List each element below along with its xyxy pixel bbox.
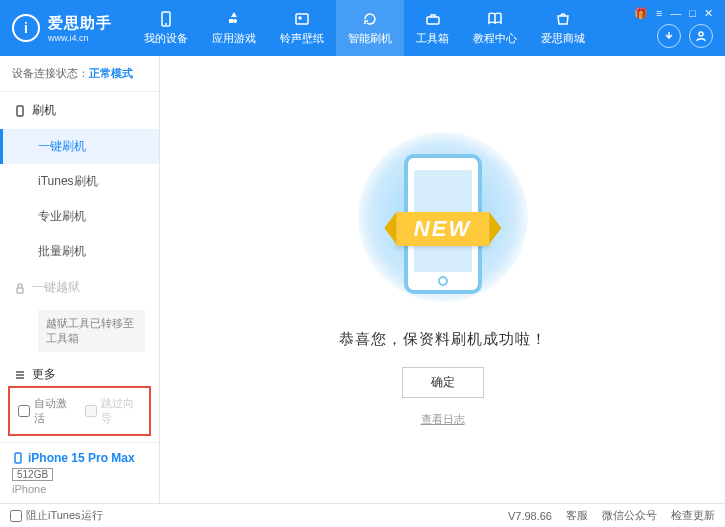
- nav-label: 工具箱: [416, 31, 449, 46]
- nav-my-device[interactable]: 我的设备: [132, 0, 200, 56]
- svg-rect-6: [17, 106, 23, 116]
- menu-icon[interactable]: ≡: [656, 7, 662, 19]
- group-label: 更多: [32, 366, 56, 380]
- nav-store[interactable]: 爱思商城: [529, 0, 597, 56]
- phone-device-icon: [12, 452, 24, 464]
- nav-label: 我的设备: [144, 31, 188, 46]
- nav-apps[interactable]: 应用游戏: [200, 0, 268, 56]
- apps-icon: [225, 10, 243, 28]
- sidebar-item-oneclick[interactable]: 一键刷机: [0, 129, 159, 164]
- svg-point-5: [699, 32, 703, 36]
- phone-icon: [157, 10, 175, 28]
- nav-label: 应用游戏: [212, 31, 256, 46]
- brand-name: 爱思助手: [48, 14, 112, 33]
- download-button[interactable]: [657, 24, 681, 48]
- lock-icon: [14, 282, 26, 294]
- svg-rect-7: [17, 288, 23, 293]
- skip-guide-checkbox[interactable]: 跳过向导: [85, 396, 142, 426]
- ok-button[interactable]: 确定: [402, 367, 484, 398]
- minimize-icon[interactable]: —: [670, 7, 681, 19]
- window-controls: 🎁 ≡ — □ ✕: [634, 7, 713, 20]
- menu-group-more[interactable]: 更多: [0, 356, 159, 380]
- book-icon: [486, 10, 504, 28]
- sidebar-item-pro[interactable]: 专业刷机: [0, 199, 159, 234]
- svg-rect-11: [15, 453, 21, 463]
- user-button[interactable]: [689, 24, 713, 48]
- storage-badge: 512GB: [12, 468, 53, 481]
- block-itunes-checkbox[interactable]: 阻止iTunes运行: [10, 508, 103, 523]
- bag-icon: [554, 10, 572, 28]
- list-icon: [14, 369, 26, 381]
- image-icon: [293, 10, 311, 28]
- menu-group-jailbreak: 一键越狱: [0, 269, 159, 306]
- device-type: iPhone: [12, 483, 147, 495]
- main-content: NEW 恭喜您，保资料刷机成功啦！ 确定 查看日志: [160, 56, 725, 503]
- brand-block: 爱思助手 www.i4.cn: [48, 14, 112, 43]
- auto-activate-checkbox[interactable]: 自动激活: [18, 396, 75, 426]
- footer-link-wechat[interactable]: 微信公众号: [602, 508, 657, 523]
- sidebar: 设备连接状态：正常模式 刷机 一键刷机 iTunes刷机 专业刷机 批量刷机 一…: [0, 56, 160, 503]
- nav-ringtones[interactable]: 铃声壁纸: [268, 0, 336, 56]
- footer: 阻止iTunes运行 V7.98.66 客服 微信公众号 检查更新: [0, 503, 725, 527]
- status-value: 正常模式: [89, 67, 133, 79]
- svg-point-3: [299, 17, 301, 19]
- nav-label: 铃声壁纸: [280, 31, 324, 46]
- gift-icon[interactable]: 🎁: [634, 7, 648, 20]
- success-illustration: NEW: [343, 132, 543, 312]
- nav-toolbox[interactable]: 工具箱: [404, 0, 461, 56]
- close-icon[interactable]: ✕: [704, 7, 713, 20]
- brand-url: www.i4.cn: [48, 33, 112, 43]
- sidebar-item-batch[interactable]: 批量刷机: [0, 234, 159, 269]
- svg-rect-2: [296, 14, 308, 24]
- svg-rect-4: [427, 17, 439, 24]
- top-nav: 我的设备 应用游戏 铃声壁纸 智能刷机 工具箱 教程中心 爱思商城: [132, 0, 634, 56]
- version-label: V7.98.66: [508, 510, 552, 522]
- footer-link-update[interactable]: 检查更新: [671, 508, 715, 523]
- group-label: 刷机: [32, 102, 56, 119]
- nav-label: 爱思商城: [541, 31, 585, 46]
- device-info: iPhone 15 Pro Max 512GB iPhone: [0, 442, 159, 503]
- nav-tutorials[interactable]: 教程中心: [461, 0, 529, 56]
- flash-options-box: 自动激活 跳过向导: [8, 386, 151, 436]
- view-log-link[interactable]: 查看日志: [421, 412, 465, 427]
- new-ribbon: NEW: [396, 212, 489, 246]
- group-label: 一键越狱: [32, 279, 80, 296]
- status-label: 设备连接状态：: [12, 67, 89, 79]
- refresh-icon: [361, 10, 379, 28]
- sidebar-item-itunes[interactable]: iTunes刷机: [0, 164, 159, 199]
- nav-flash[interactable]: 智能刷机: [336, 0, 404, 56]
- toolbox-icon: [424, 10, 442, 28]
- nav-label: 智能刷机: [348, 31, 392, 46]
- success-message: 恭喜您，保资料刷机成功啦！: [339, 330, 547, 349]
- maximize-icon[interactable]: □: [689, 7, 696, 19]
- menu-group-flash[interactable]: 刷机: [0, 92, 159, 129]
- device-name[interactable]: iPhone 15 Pro Max: [12, 451, 147, 465]
- nav-label: 教程中心: [473, 31, 517, 46]
- jailbreak-note: 越狱工具已转移至工具箱: [38, 310, 145, 352]
- phone-small-icon: [14, 105, 26, 117]
- logo-icon: i: [12, 14, 40, 42]
- device-status: 设备连接状态：正常模式: [0, 56, 159, 92]
- footer-link-support[interactable]: 客服: [566, 508, 588, 523]
